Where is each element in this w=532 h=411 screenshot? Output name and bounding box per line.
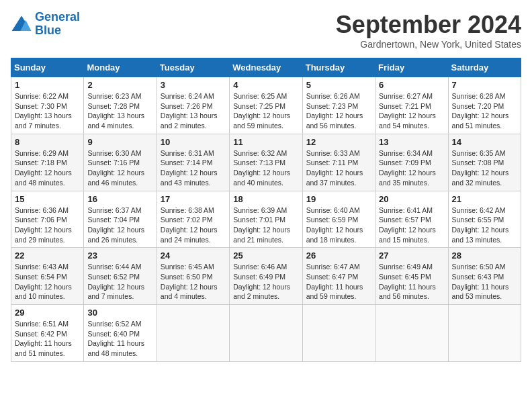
month-title: September 2024 xyxy=(336,11,521,39)
weekday-header-saturday: Saturday xyxy=(448,58,521,77)
calendar-week-2: 8Sunrise: 6:29 AMSunset: 7:18 PMDaylight… xyxy=(11,134,521,191)
day-info: Sunrise: 6:27 AMSunset: 7:21 PMDaylight:… xyxy=(379,91,444,131)
day-info: Sunrise: 6:33 AMSunset: 7:11 PMDaylight:… xyxy=(306,148,371,188)
day-info: Sunrise: 6:28 AMSunset: 7:20 PMDaylight:… xyxy=(452,91,517,131)
day-info: Sunrise: 6:32 AMSunset: 7:13 PMDaylight:… xyxy=(233,148,298,188)
day-number: 17 xyxy=(161,194,226,204)
calendar-cell: 24Sunrise: 6:45 AMSunset: 6:50 PMDayligh… xyxy=(157,248,229,305)
day-info: Sunrise: 6:23 AMSunset: 7:28 PMDaylight:… xyxy=(87,91,152,131)
calendar-cell: 30Sunrise: 6:52 AMSunset: 6:40 PMDayligh… xyxy=(84,305,157,362)
day-info: Sunrise: 6:41 AMSunset: 6:57 PMDaylight:… xyxy=(379,205,444,245)
day-number: 2 xyxy=(87,80,152,90)
calendar-cell: 26Sunrise: 6:47 AMSunset: 6:47 PMDayligh… xyxy=(302,248,375,305)
day-number: 24 xyxy=(161,250,226,261)
day-number: 16 xyxy=(87,194,152,204)
calendar-cell: 4Sunrise: 6:25 AMSunset: 7:25 PMDaylight… xyxy=(230,77,302,134)
calendar-cell: 22Sunrise: 6:43 AMSunset: 6:54 PMDayligh… xyxy=(11,248,84,305)
day-number: 11 xyxy=(233,137,298,147)
calendar-week-5: 29Sunrise: 6:51 AMSunset: 6:42 PMDayligh… xyxy=(11,305,521,362)
calendar-cell: 3Sunrise: 6:24 AMSunset: 7:26 PMDaylight… xyxy=(157,77,229,134)
day-info: Sunrise: 6:39 AMSunset: 7:01 PMDaylight:… xyxy=(233,205,298,245)
day-info: Sunrise: 6:29 AMSunset: 7:18 PMDaylight:… xyxy=(15,148,80,188)
calendar-cell: 29Sunrise: 6:51 AMSunset: 6:42 PMDayligh… xyxy=(11,305,84,362)
weekday-header-sunday: Sunday xyxy=(11,58,84,77)
day-info: Sunrise: 6:25 AMSunset: 7:25 PMDaylight:… xyxy=(233,91,298,131)
calendar-week-1: 1Sunrise: 6:22 AMSunset: 7:30 PMDaylight… xyxy=(11,77,521,134)
day-info: Sunrise: 6:51 AMSunset: 6:42 PMDaylight:… xyxy=(15,319,80,359)
day-info: Sunrise: 6:30 AMSunset: 7:16 PMDaylight:… xyxy=(87,148,152,188)
calendar-cell: 5Sunrise: 6:26 AMSunset: 7:23 PMDaylight… xyxy=(302,77,375,134)
day-number: 6 xyxy=(379,80,444,90)
day-info: Sunrise: 6:44 AMSunset: 6:52 PMDaylight:… xyxy=(87,262,152,302)
logo-icon xyxy=(11,15,32,34)
logo-blue: Blue xyxy=(35,24,61,37)
day-number: 21 xyxy=(452,194,517,204)
calendar-cell: 20Sunrise: 6:41 AMSunset: 6:57 PMDayligh… xyxy=(375,191,448,248)
day-info: Sunrise: 6:40 AMSunset: 6:59 PMDaylight:… xyxy=(306,205,371,245)
calendar-cell xyxy=(230,305,302,362)
day-info: Sunrise: 6:36 AMSunset: 7:06 PMDaylight:… xyxy=(15,205,80,245)
day-number: 4 xyxy=(233,80,298,90)
day-info: Sunrise: 6:42 AMSunset: 6:55 PMDaylight:… xyxy=(452,205,517,245)
location-text: Gardnertown, New York, United States xyxy=(336,39,521,50)
day-number: 3 xyxy=(161,80,226,90)
calendar-cell: 9Sunrise: 6:30 AMSunset: 7:16 PMDaylight… xyxy=(84,134,157,191)
weekday-header-tuesday: Tuesday xyxy=(157,58,229,77)
calendar-cell: 17Sunrise: 6:38 AMSunset: 7:02 PMDayligh… xyxy=(157,191,229,248)
calendar-cell: 11Sunrise: 6:32 AMSunset: 7:13 PMDayligh… xyxy=(230,134,302,191)
logo: General Blue xyxy=(11,11,80,38)
day-info: Sunrise: 6:34 AMSunset: 7:09 PMDaylight:… xyxy=(379,148,444,188)
day-number: 1 xyxy=(15,80,80,90)
calendar-cell: 19Sunrise: 6:40 AMSunset: 6:59 PMDayligh… xyxy=(302,191,375,248)
calendar-cell: 12Sunrise: 6:33 AMSunset: 7:11 PMDayligh… xyxy=(302,134,375,191)
weekday-header-wednesday: Wednesday xyxy=(230,58,302,77)
day-info: Sunrise: 6:22 AMSunset: 7:30 PMDaylight:… xyxy=(15,91,80,131)
calendar-cell: 28Sunrise: 6:50 AMSunset: 6:43 PMDayligh… xyxy=(448,248,521,305)
day-number: 23 xyxy=(87,250,152,261)
day-info: Sunrise: 6:24 AMSunset: 7:26 PMDaylight:… xyxy=(161,91,226,131)
day-info: Sunrise: 6:43 AMSunset: 6:54 PMDaylight:… xyxy=(15,262,80,302)
day-number: 8 xyxy=(15,137,80,147)
day-number: 29 xyxy=(15,308,80,318)
day-number: 18 xyxy=(233,194,298,204)
calendar-cell xyxy=(375,305,448,362)
day-number: 12 xyxy=(306,137,371,147)
day-number: 20 xyxy=(379,194,444,204)
day-number: 22 xyxy=(15,250,80,261)
day-number: 19 xyxy=(306,194,371,204)
day-number: 5 xyxy=(306,80,371,90)
day-info: Sunrise: 6:38 AMSunset: 7:02 PMDaylight:… xyxy=(161,205,226,245)
day-number: 26 xyxy=(306,250,371,261)
calendar-cell: 7Sunrise: 6:28 AMSunset: 7:20 PMDaylight… xyxy=(448,77,521,134)
calendar-cell: 21Sunrise: 6:42 AMSunset: 6:55 PMDayligh… xyxy=(448,191,521,248)
calendar-cell: 27Sunrise: 6:49 AMSunset: 6:45 PMDayligh… xyxy=(375,248,448,305)
calendar-cell: 15Sunrise: 6:36 AMSunset: 7:06 PMDayligh… xyxy=(11,191,84,248)
calendar-cell: 23Sunrise: 6:44 AMSunset: 6:52 PMDayligh… xyxy=(84,248,157,305)
day-number: 9 xyxy=(87,137,152,147)
day-number: 30 xyxy=(87,308,152,318)
day-number: 25 xyxy=(233,250,298,261)
calendar-cell: 10Sunrise: 6:31 AMSunset: 7:14 PMDayligh… xyxy=(157,134,229,191)
calendar-cell: 14Sunrise: 6:35 AMSunset: 7:08 PMDayligh… xyxy=(448,134,521,191)
logo-general: General xyxy=(35,10,80,24)
calendar-cell: 1Sunrise: 6:22 AMSunset: 7:30 PMDaylight… xyxy=(11,77,84,134)
calendar-cell xyxy=(157,305,229,362)
day-info: Sunrise: 6:31 AMSunset: 7:14 PMDaylight:… xyxy=(161,148,226,188)
calendar-cell: 18Sunrise: 6:39 AMSunset: 7:01 PMDayligh… xyxy=(230,191,302,248)
day-info: Sunrise: 6:52 AMSunset: 6:40 PMDaylight:… xyxy=(87,319,152,359)
weekday-header-monday: Monday xyxy=(84,58,157,77)
calendar-table: SundayMondayTuesdayWednesdayThursdayFrid… xyxy=(11,58,521,362)
day-info: Sunrise: 6:45 AMSunset: 6:50 PMDaylight:… xyxy=(161,262,226,302)
calendar-cell: 6Sunrise: 6:27 AMSunset: 7:21 PMDaylight… xyxy=(375,77,448,134)
day-info: Sunrise: 6:47 AMSunset: 6:47 PMDaylight:… xyxy=(306,262,371,302)
page-header: General Blue September 2024 Gardnertown,… xyxy=(11,11,521,50)
day-number: 15 xyxy=(15,194,80,204)
title-area: September 2024 Gardnertown, New York, Un… xyxy=(336,11,521,50)
logo-text: General Blue xyxy=(35,11,80,38)
day-number: 27 xyxy=(379,250,444,261)
day-info: Sunrise: 6:26 AMSunset: 7:23 PMDaylight:… xyxy=(306,91,371,131)
day-info: Sunrise: 6:35 AMSunset: 7:08 PMDaylight:… xyxy=(452,148,517,188)
calendar-cell: 25Sunrise: 6:46 AMSunset: 6:49 PMDayligh… xyxy=(230,248,302,305)
day-number: 10 xyxy=(161,137,226,147)
day-number: 13 xyxy=(379,137,444,147)
